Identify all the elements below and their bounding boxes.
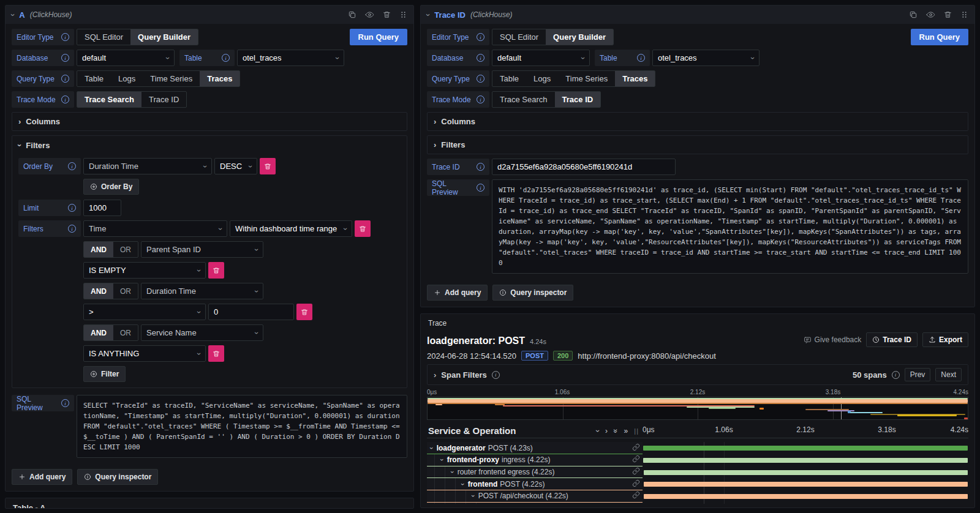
span-duration-bar[interactable] (644, 470, 968, 475)
duplicate-icon[interactable] (348, 10, 356, 19)
predicate-select[interactable]: IS ANYTHING› (83, 345, 206, 362)
columns-section-toggle[interactable]: › Columns (427, 112, 968, 131)
or-option[interactable]: OR (113, 242, 138, 257)
remove-condition-button[interactable] (296, 304, 312, 320)
span-name-cell[interactable]: ›executing api route (pages) /api/checko… (427, 503, 643, 504)
chevron-down-icon[interactable]: › (459, 483, 467, 485)
export-button[interactable]: Export (922, 332, 968, 347)
segment-option-trace-search[interactable]: Trace Search (77, 92, 141, 107)
segment-option-sql-editor[interactable]: SQL Editor (77, 29, 130, 45)
eye-icon[interactable] (926, 10, 935, 19)
span-row[interactable]: ›loadgeneratorPOST (4.23s) (427, 442, 968, 454)
segment-option-time-series[interactable]: Time Series (558, 71, 615, 86)
next-button[interactable]: Next (935, 368, 962, 381)
span-bar-cell[interactable] (643, 466, 968, 479)
info-icon[interactable]: i (637, 54, 645, 62)
duplicate-icon[interactable] (909, 10, 918, 19)
segment-option-trace-id[interactable]: Trace ID (555, 92, 601, 107)
panel-traceid-header[interactable]: › Trace ID (ClickHouse) (421, 6, 974, 24)
minimap-canvas[interactable] (427, 397, 968, 420)
database-select[interactable]: default› (492, 50, 590, 66)
column-resize-handle[interactable]: || (634, 427, 639, 435)
eye-icon[interactable] (365, 10, 374, 19)
remove-condition-button[interactable] (208, 345, 224, 362)
query-inspector-button[interactable]: Query inspector (77, 469, 158, 485)
table-select[interactable]: otel_traces› (652, 50, 760, 66)
info-icon[interactable]: i (477, 163, 484, 171)
info-icon[interactable]: i (68, 204, 76, 212)
info-icon[interactable]: i (68, 225, 76, 233)
add-query-button[interactable]: Add query (427, 285, 488, 301)
span-row[interactable]: ›executing api route (pages) /api/checko… (427, 503, 968, 504)
span-row[interactable]: ›router frontend egress (4.22s) (427, 466, 968, 479)
add-filter-button[interactable]: Filter (83, 366, 126, 382)
operator-select[interactable]: >› (83, 304, 206, 320)
table-select[interactable]: otel_traces› (237, 50, 344, 66)
info-icon[interactable]: i (61, 54, 69, 62)
span-duration-bar[interactable] (643, 446, 968, 451)
trash-icon[interactable] (383, 10, 391, 19)
span-bar-cell[interactable] (643, 503, 968, 504)
run-query-button[interactable]: Run Query (911, 29, 968, 45)
span-link-icon[interactable] (632, 467, 640, 477)
predicate-select[interactable]: IS EMPTY› (83, 262, 206, 279)
segment-option-trace-search[interactable]: Trace Search (492, 92, 555, 107)
span-filters-label[interactable]: Span Filters (441, 370, 486, 380)
info-icon[interactable]: i (222, 54, 230, 62)
run-query-button[interactable]: Run Query (350, 29, 407, 45)
info-icon[interactable]: i (477, 95, 484, 103)
info-icon[interactable]: i (61, 33, 69, 41)
span-link-icon[interactable] (632, 491, 640, 501)
span-row[interactable]: ›frontendPOST (4.22s) (427, 478, 968, 490)
condition-field-select[interactable]: Duration Time› (141, 283, 263, 299)
and-option[interactable]: AND (84, 283, 113, 299)
filter-value-select[interactable]: Within dashboard time range› (230, 220, 352, 237)
info-icon[interactable]: i (61, 75, 69, 83)
segment-option-sql-editor[interactable]: SQL Editor (492, 29, 546, 45)
condition-field-select[interactable]: Parent Span ID› (141, 241, 263, 258)
columns-section-toggle[interactable]: › Columns (12, 112, 407, 131)
give-feedback-link[interactable]: Give feedback (804, 335, 862, 344)
collapse-all-icon[interactable]: » (611, 429, 620, 433)
span-bar-cell[interactable] (643, 454, 968, 466)
filters-section-toggle[interactable]: › Filters (18, 141, 401, 150)
query-inspector-button[interactable]: Query inspector (492, 285, 573, 301)
span-bar-cell[interactable] (643, 490, 968, 503)
segment-option-table[interactable]: Table (492, 71, 526, 86)
trace-id-input[interactable]: d2a7155ef6a928a05680e5ff6190241d (492, 159, 676, 175)
segment-option-time-series[interactable]: Time Series (143, 71, 200, 86)
collapse-icon[interactable]: › (424, 13, 433, 16)
info-icon[interactable]: i (68, 162, 76, 170)
filter-field-select[interactable]: Time› (83, 220, 227, 237)
expand-one-icon[interactable]: › (605, 427, 608, 435)
expand-all-icon[interactable]: » (624, 427, 628, 435)
add-query-button[interactable]: Add query (12, 469, 72, 485)
condition-field-select[interactable]: Service Name› (141, 324, 263, 341)
span-link-icon[interactable] (632, 455, 640, 465)
trace-id-button[interactable]: Trace ID (866, 332, 918, 347)
span-row[interactable]: ›frontend-proxyingress (4.22s) (427, 454, 968, 466)
segment-option-traces[interactable]: Traces (615, 71, 655, 86)
span-duration-bar[interactable] (644, 494, 968, 499)
value-input[interactable]: 0 (208, 304, 294, 320)
panel-a-header[interactable]: › A (ClickHouse) (6, 6, 413, 24)
info-icon[interactable]: i (477, 184, 484, 192)
collapse-one-icon[interactable]: › (594, 430, 602, 432)
order-by-field-select[interactable]: Duration Time› (83, 158, 212, 174)
span-link-icon[interactable] (632, 479, 640, 489)
collapse-icon[interactable]: › (9, 13, 18, 16)
info-icon[interactable]: i (477, 33, 484, 41)
drag-handle-icon[interactable] (960, 10, 968, 19)
chevron-down-icon[interactable]: › (449, 471, 456, 473)
segment-option-logs[interactable]: Logs (526, 71, 558, 86)
segment-option-logs[interactable]: Logs (111, 71, 143, 86)
info-icon[interactable]: i (61, 399, 69, 407)
span-name-cell[interactable]: ›POST /api/checkout (4.22s) (427, 490, 643, 503)
chevron-down-icon[interactable]: › (428, 447, 435, 449)
database-select[interactable]: default› (77, 50, 175, 66)
or-option[interactable]: OR (113, 283, 138, 299)
trash-icon[interactable] (944, 10, 952, 19)
info-icon[interactable]: i (492, 371, 500, 379)
span-name-cell[interactable]: ›router frontend egress (4.22s) (427, 466, 643, 479)
chevron-down-icon[interactable]: › (439, 459, 446, 462)
